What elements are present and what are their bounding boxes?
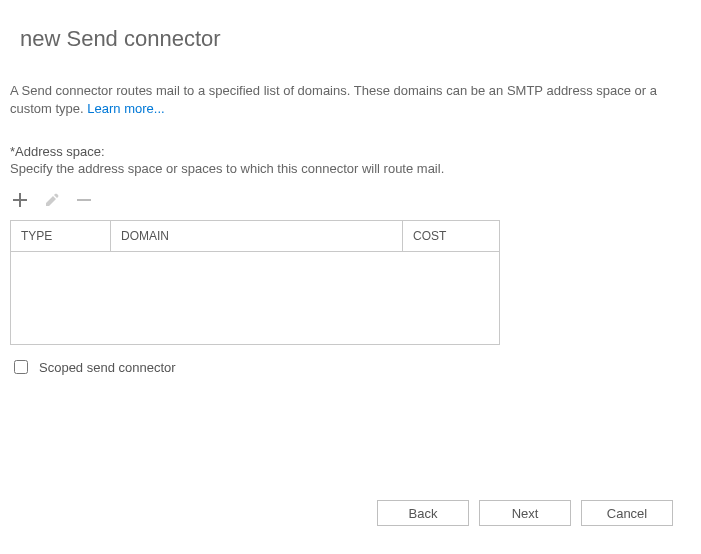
- column-header-cost[interactable]: COST: [403, 221, 499, 251]
- grid-header: TYPE DOMAIN COST: [11, 221, 499, 252]
- pencil-icon: [44, 192, 60, 208]
- address-space-sub: Specify the address space or spaces to w…: [10, 161, 691, 176]
- footer-buttons: Back Next Cancel: [377, 500, 673, 526]
- minus-icon: [76, 192, 92, 208]
- remove-button[interactable]: [74, 190, 94, 210]
- address-space-label: *Address space:: [10, 144, 691, 159]
- edit-button[interactable]: [42, 190, 62, 210]
- description-block: A Send connector routes mail to a specif…: [10, 82, 691, 118]
- address-space-grid: TYPE DOMAIN COST: [10, 220, 500, 345]
- add-button[interactable]: [10, 190, 30, 210]
- column-header-domain[interactable]: DOMAIN: [111, 221, 403, 251]
- page-title: new Send connector: [0, 0, 701, 52]
- scoped-checkbox[interactable]: [14, 360, 28, 374]
- cancel-button[interactable]: Cancel: [581, 500, 673, 526]
- next-button[interactable]: Next: [479, 500, 571, 526]
- learn-more-link[interactable]: Learn more...: [87, 101, 164, 116]
- scoped-label: Scoped send connector: [39, 360, 176, 375]
- content-area: A Send connector routes mail to a specif…: [0, 52, 701, 377]
- scoped-row[interactable]: Scoped send connector: [10, 357, 691, 377]
- address-toolbar: [10, 190, 691, 210]
- back-button[interactable]: Back: [377, 500, 469, 526]
- plus-icon: [12, 192, 28, 208]
- grid-body[interactable]: [11, 252, 499, 344]
- column-header-type[interactable]: TYPE: [11, 221, 111, 251]
